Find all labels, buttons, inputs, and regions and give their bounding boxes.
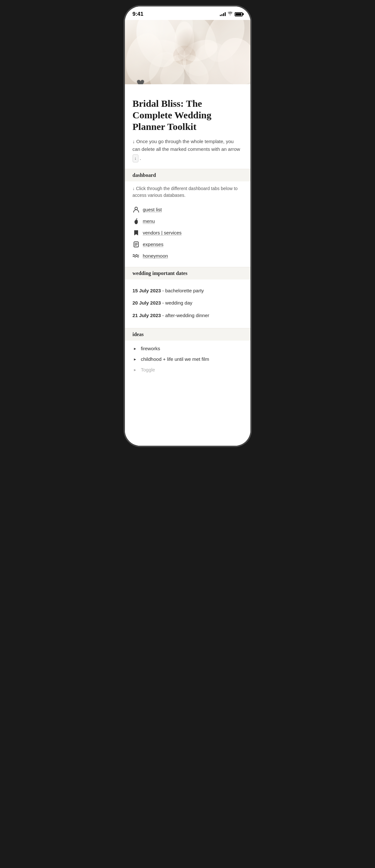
svg-point-9 <box>178 50 191 61</box>
heart-icon: ♥ <box>136 76 145 84</box>
toggle-label-placeholder: Toggle <box>141 367 155 372</box>
svg-point-12 <box>177 50 214 84</box>
bottom-spacer <box>133 381 243 446</box>
svg-point-1 <box>156 20 196 58</box>
date-item-2: 20 July 2023 - wedding day <box>133 297 243 309</box>
ideas-list: ► fireworks ► childhood + life until we … <box>133 341 243 381</box>
nav-item-honeymoon[interactable]: honeymoon <box>133 250 243 262</box>
nav-item-vendors[interactable]: vendors | services <box>133 227 243 239</box>
hero-image: ♥ <box>125 20 251 84</box>
dashboard-section-header: dashboard <box>125 169 251 181</box>
subtitle-part1: ↓ Once you go through the whole template… <box>133 137 243 153</box>
dates-section-header: wedding important dates <box>125 267 251 279</box>
arrow-badge: ↓ <box>133 154 139 162</box>
person-icon <box>133 206 140 213</box>
date-3: 21 July 2023 <box>133 313 161 318</box>
page-content: Bridal Bliss: The Complete Wedding Plann… <box>125 84 251 446</box>
dashboard-title: dashboard <box>133 173 156 178</box>
dashboard-note: ↓ Click through the different dashboard … <box>133 181 243 201</box>
toggle-arrow-1: ► <box>133 347 138 350</box>
svg-point-5 <box>212 33 250 84</box>
subtitle-part2: . <box>140 154 141 162</box>
nav-label-vendors: vendors | services <box>143 230 182 236</box>
svg-point-10 <box>175 22 194 57</box>
svg-point-14 <box>148 36 188 65</box>
svg-point-8 <box>173 46 196 65</box>
wifi-icon <box>228 11 233 17</box>
nav-label-menu: menu <box>143 218 155 224</box>
status-bar: 9:41 <box>125 6 251 20</box>
nav-label-guest-list: guest list <box>143 207 162 212</box>
svg-point-11 <box>180 36 220 65</box>
dates-list: 15 July 2023 - bachelorette party 20 Jul… <box>133 279 243 328</box>
favorite-button[interactable]: ♥ <box>133 75 149 84</box>
toggle-item-film[interactable]: ► childhood + life until we met film <box>133 354 243 364</box>
svg-point-3 <box>170 20 222 80</box>
svg-point-13 <box>155 50 191 84</box>
dates-title: wedding important dates <box>133 271 188 276</box>
event-1: - bachelorette party <box>162 288 204 293</box>
ideas-section-header: ideas <box>125 328 251 341</box>
svg-point-6 <box>187 40 237 84</box>
receipt-icon <box>133 241 140 248</box>
nav-item-guest-list[interactable]: guest list <box>133 204 243 215</box>
nav-label-honeymoon: honeymoon <box>143 253 168 258</box>
status-time: 9:41 <box>133 11 144 18</box>
battery-icon <box>235 12 243 17</box>
toggle-label-film: childhood + life until we met film <box>141 356 209 362</box>
status-icons <box>220 11 243 17</box>
toggle-item-fireworks[interactable]: ► fireworks <box>133 343 243 354</box>
dashboard-nav-links: guest list menu vendors | services <box>133 201 243 267</box>
svg-point-15 <box>135 207 138 210</box>
date-item-1: 15 July 2023 - bachelorette party <box>133 285 243 297</box>
title-section: Bridal Bliss: The Complete Wedding Plann… <box>133 84 243 169</box>
phone-frame: 9:41 <box>125 6 251 446</box>
waves-icon <box>133 252 140 259</box>
event-2: - wedding day <box>162 300 192 306</box>
ideas-title: ideas <box>133 332 144 337</box>
date-item-3: 21 July 2023 - after-wedding dinner <box>133 309 243 322</box>
signal-icon <box>220 12 226 16</box>
svg-point-4 <box>197 20 251 68</box>
nav-item-expenses[interactable]: expenses <box>133 239 243 250</box>
date-2: 20 July 2023 <box>133 300 161 306</box>
apple-icon <box>133 218 140 225</box>
event-3: - after-wedding dinner <box>162 313 209 318</box>
svg-point-0 <box>129 20 185 73</box>
toggle-label-fireworks: fireworks <box>141 346 160 351</box>
toggle-arrow-3: ► <box>133 368 138 372</box>
subtitle-text: ↓ Once you go through the whole template… <box>133 137 243 162</box>
bookmark-icon <box>133 229 140 237</box>
svg-point-7 <box>147 51 186 84</box>
toggle-arrow-2: ► <box>133 357 138 361</box>
date-1: 15 July 2023 <box>133 288 161 293</box>
nav-item-menu[interactable]: menu <box>133 215 243 227</box>
page-title: Bridal Bliss: The Complete Wedding Plann… <box>133 98 243 132</box>
toggle-item-placeholder[interactable]: ► Toggle <box>133 364 243 375</box>
nav-label-expenses: expenses <box>143 242 164 247</box>
